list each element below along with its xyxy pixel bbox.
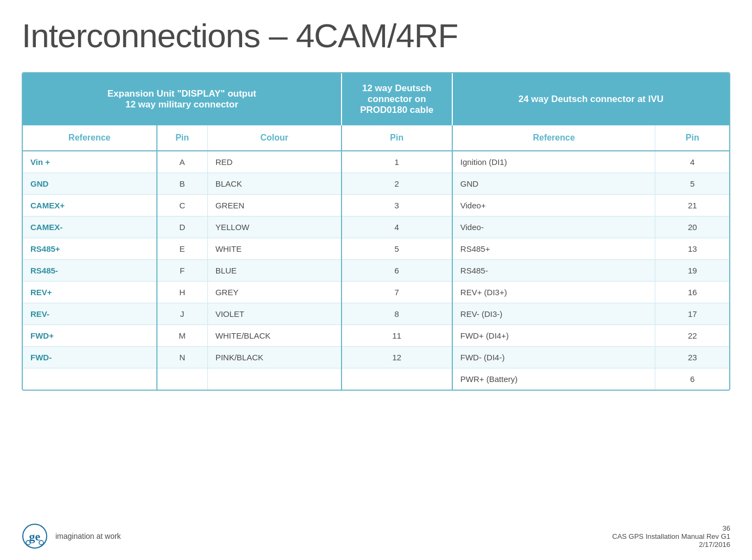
header-row-1: Expansion Unit "DISPLAY" output 12 way m… — [23, 73, 729, 125]
col-pin3: Pin — [655, 125, 729, 151]
header-row-2: Reference Pin Colour Pin Reference Pin — [23, 125, 729, 151]
pin-cell: J — [157, 303, 208, 325]
colour-cell: BLUE — [207, 260, 342, 282]
ref-cell: CAMEX- — [23, 217, 157, 238]
pin-cell: A — [157, 151, 208, 173]
pin-cell: B — [157, 173, 208, 195]
colour-cell: RED — [207, 151, 342, 173]
table-row: RS485-FBLUE6RS485-19 — [23, 260, 729, 282]
ref-cell: REV- — [23, 303, 157, 325]
table-row: FWD+MWHITE/BLACK11FWD+ (DI4+)22 — [23, 325, 729, 347]
right-pin-cell: 23 — [655, 347, 729, 368]
ref-cell — [23, 368, 157, 390]
right-pin-cell: 17 — [655, 303, 729, 325]
page-number: 36 — [612, 524, 731, 532]
ref-cell: CAMEX+ — [23, 195, 157, 217]
right-ref-cell: REV- (DI3-) — [452, 303, 655, 325]
svg-text:ge: ge — [29, 530, 41, 543]
mid-pin-cell: 3 — [342, 195, 452, 217]
mid-pin-cell: 7 — [342, 282, 452, 303]
table-row: CAMEX+CGREEN3Video+21 — [23, 195, 729, 217]
table-row: REV+HGREY7REV+ (DI3+)16 — [23, 282, 729, 303]
mid-pin-cell: 1 — [342, 151, 452, 173]
ref-cell: RS485- — [23, 260, 157, 282]
colour-cell: WHITE — [207, 238, 342, 260]
footer-left: ge imagination at work — [22, 523, 121, 549]
interconnection-table: Expansion Unit "DISPLAY" output 12 way m… — [22, 72, 730, 391]
table-row: GNDBBLACK2GND5 — [23, 173, 729, 195]
right-ref-cell: FWD- (DI4-) — [452, 347, 655, 368]
table-row: FWD-NPINK/BLACK12FWD- (DI4-)23 — [23, 347, 729, 368]
section2-header: 12 way Deutsch connector on PROD0180 cab… — [342, 73, 452, 125]
pin-cell: H — [157, 282, 208, 303]
colour-cell: PINK/BLACK — [207, 347, 342, 368]
right-pin-cell: 21 — [655, 195, 729, 217]
mid-pin-cell: 5 — [342, 238, 452, 260]
right-pin-cell: 20 — [655, 217, 729, 238]
mid-pin-cell: 6 — [342, 260, 452, 282]
ref-cell: FWD- — [23, 347, 157, 368]
right-pin-cell: 16 — [655, 282, 729, 303]
page-title: Interconnections – 4CAM/4RF — [22, 16, 730, 55]
right-ref-cell: Ignition (DI1) — [452, 151, 655, 173]
col-pin2: Pin — [342, 125, 452, 151]
colour-cell: GREY — [207, 282, 342, 303]
colour-cell: YELLOW — [207, 217, 342, 238]
right-pin-cell: 4 — [655, 151, 729, 173]
table-row: Vin +ARED1Ignition (DI1)4 — [23, 151, 729, 173]
ref-cell: RS485+ — [23, 238, 157, 260]
pin-cell: M — [157, 325, 208, 347]
right-ref-cell: REV+ (DI3+) — [452, 282, 655, 303]
right-ref-cell: GND — [452, 173, 655, 195]
col-reference: Reference — [23, 125, 157, 151]
pin-cell: E — [157, 238, 208, 260]
table-row: REV-JVIOLET8REV- (DI3-)17 — [23, 303, 729, 325]
mid-pin-cell: 11 — [342, 325, 452, 347]
colour-cell — [207, 368, 342, 390]
doc-date: 2/17/2016 — [612, 540, 731, 549]
mid-pin-cell — [342, 368, 452, 390]
ref-cell: Vin + — [23, 151, 157, 173]
right-pin-cell: 6 — [655, 368, 729, 390]
right-ref-cell: FWD+ (DI4+) — [452, 325, 655, 347]
section3-header: 24 way Deutsch connector at IVU — [452, 73, 729, 125]
pin-cell: D — [157, 217, 208, 238]
mid-pin-cell: 4 — [342, 217, 452, 238]
col-reference2: Reference — [452, 125, 655, 151]
colour-cell: GREEN — [207, 195, 342, 217]
pin-cell: F — [157, 260, 208, 282]
table-row: RS485+EWHITE5RS485+13 — [23, 238, 729, 260]
ge-logo-icon: ge — [22, 523, 48, 549]
colour-cell: BLACK — [207, 173, 342, 195]
pin-cell: C — [157, 195, 208, 217]
right-pin-cell: 22 — [655, 325, 729, 347]
pin-cell: N — [157, 347, 208, 368]
table-row: PWR+ (Battery)6 — [23, 368, 729, 390]
ref-cell: REV+ — [23, 282, 157, 303]
right-ref-cell: PWR+ (Battery) — [452, 368, 655, 390]
colour-cell: WHITE/BLACK — [207, 325, 342, 347]
right-pin-cell: 5 — [655, 173, 729, 195]
right-ref-cell: RS485- — [452, 260, 655, 282]
right-ref-cell: RS485+ — [452, 238, 655, 260]
col-colour: Colour — [207, 125, 342, 151]
section1-header: Expansion Unit "DISPLAY" output 12 way m… — [23, 73, 342, 125]
right-pin-cell: 19 — [655, 260, 729, 282]
footer-right: 36 CAS GPS Installation Manual Rev G1 2/… — [612, 524, 731, 549]
mid-pin-cell: 8 — [342, 303, 452, 325]
ref-cell: FWD+ — [23, 325, 157, 347]
footer: ge imagination at work 36 CAS GPS Instal… — [0, 523, 752, 549]
right-ref-cell: Video- — [452, 217, 655, 238]
mid-pin-cell: 2 — [342, 173, 452, 195]
colour-cell: VIOLET — [207, 303, 342, 325]
right-ref-cell: Video+ — [452, 195, 655, 217]
pin-cell — [157, 368, 208, 390]
footer-tagline: imagination at work — [55, 532, 121, 540]
mid-pin-cell: 12 — [342, 347, 452, 368]
right-pin-cell: 13 — [655, 238, 729, 260]
col-pin: Pin — [157, 125, 208, 151]
doc-title: CAS GPS Installation Manual Rev G1 — [612, 532, 731, 540]
ref-cell: GND — [23, 173, 157, 195]
table-row: CAMEX-DYELLOW4Video-20 — [23, 217, 729, 238]
